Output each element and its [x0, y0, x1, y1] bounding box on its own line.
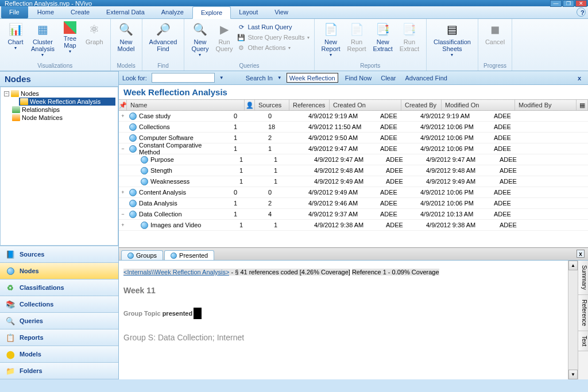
run-extract-button[interactable]: 📑Run Extract: [396, 20, 423, 53]
pin-column[interactable]: 📌: [119, 100, 127, 110]
sidetab-reference[interactable]: Reference: [578, 295, 588, 331]
nav-folders[interactable]: 📁Folders: [0, 363, 118, 379]
new-report-button[interactable]: 📄New Report▾: [318, 20, 344, 59]
row-name: Weaknessess: [127, 178, 226, 185]
node-icon: [171, 253, 177, 259]
dropdown-icon[interactable]: ▼: [219, 75, 224, 80]
row-name: Purpose: [127, 156, 226, 164]
col-name[interactable]: Name: [127, 100, 245, 110]
clear-button[interactable]: Clear: [378, 75, 398, 81]
collapse-icon[interactable]: −: [4, 91, 9, 96]
scroll-down-icon[interactable]: ▼: [568, 370, 578, 379]
detail-close[interactable]: x: [577, 250, 585, 258]
sidetab-text[interactable]: Text: [578, 331, 588, 351]
graph-button[interactable]: ⚛Graph: [82, 20, 107, 46]
table-row[interactable]: Purpose114/9/2012 9:47 AMADEE4/9/2012 9:…: [119, 154, 588, 165]
maximize-button[interactable]: ❐: [563, 0, 574, 7]
right-panel: Look for: ▼ Search In ▼ Week Reflection …: [119, 71, 588, 379]
tab-external-data[interactable]: External Data: [98, 6, 153, 18]
advanced-find-button[interactable]: 🔎Advanced Find: [146, 20, 181, 53]
expand-icon[interactable]: −: [119, 211, 127, 217]
col-options[interactable]: ▦: [577, 100, 588, 110]
table-row[interactable]: Stength114/9/2012 9:48 AMADEE4/9/2012 9:…: [119, 165, 588, 176]
other-actions-button[interactable]: ⚙Other Actions ▾: [236, 43, 310, 52]
scroll-up-icon[interactable]: ▲: [568, 261, 578, 270]
table-row[interactable]: +Case study004/9/2012 9:19 AMADEE4/9/201…: [119, 111, 588, 122]
expand-icon[interactable]: +: [119, 189, 127, 195]
new-extract-button[interactable]: 📑New Extract: [370, 20, 396, 53]
tree-week-reflection[interactable]: Week Reflection Analysis: [19, 98, 115, 106]
sidetab-summary[interactable]: Summary: [578, 261, 588, 295]
nav-classifications[interactable]: ♻Classifications: [0, 280, 118, 296]
scrollbar[interactable]: ▲ ▼: [568, 261, 578, 379]
tab-view[interactable]: View: [266, 6, 297, 18]
cluster-analysis-button[interactable]: ▦Cluster Analysis▾: [28, 20, 58, 59]
nav-queries[interactable]: 🔍Queries: [0, 313, 118, 329]
sources-icon: 📘: [6, 250, 15, 259]
col-references[interactable]: References: [289, 100, 330, 110]
col-createdby[interactable]: Created By: [401, 100, 442, 110]
findbar-close[interactable]: x: [574, 75, 585, 81]
tab-analyze[interactable]: Analyze: [153, 6, 192, 18]
run-report-button[interactable]: 📄Run Report: [344, 20, 370, 53]
classification-sheets-button[interactable]: ▤Classification Sheets▾: [430, 20, 474, 59]
searchin-combo[interactable]: Week Reflection: [287, 73, 338, 83]
reference-label: Reference 1 - 0.09% Coverage: [352, 269, 439, 275]
advfind-button[interactable]: Advanced Find: [403, 75, 450, 81]
chart-button[interactable]: 📊Chart▾: [3, 20, 28, 52]
detail-tabs: Groups Presented x: [119, 247, 588, 260]
new-query-button[interactable]: 🔍New Query▾: [188, 20, 212, 59]
last-run-query-button[interactable]: ⟳Last Run Query: [236, 22, 310, 32]
findnow-button[interactable]: Find Now: [343, 75, 374, 81]
node-icon: [129, 211, 137, 218]
tab-file[interactable]: File: [1, 6, 28, 18]
close-button[interactable]: ✕: [575, 0, 587, 7]
nav-nodes[interactable]: Nodes: [0, 263, 118, 280]
col-createdon[interactable]: Created On: [330, 100, 401, 110]
detail-body[interactable]: <Internals\\Week Reflection Analysis> - …: [119, 261, 568, 379]
tab-layout[interactable]: Layout: [231, 6, 266, 18]
expand-icon[interactable]: −: [119, 146, 127, 152]
table-row[interactable]: Collections1184/9/2012 11:50 AMADEE4/9/2…: [119, 122, 588, 133]
help-icon[interactable]: ?: [577, 7, 586, 17]
col-icon[interactable]: 👤: [245, 100, 255, 110]
tree-nodes[interactable]: −Nodes: [3, 90, 115, 98]
dropdown-icon[interactable]: ▼: [277, 75, 282, 80]
table-row[interactable]: +Images and Video114/9/2012 9:38 AMADEE4…: [119, 220, 588, 231]
table-row[interactable]: Weaknessess114/9/2012 9:49 AMADEE4/9/201…: [119, 176, 588, 187]
folder-icon: [12, 114, 20, 121]
row-name: Collections: [127, 123, 220, 131]
new-model-button[interactable]: 🔍New Model: [114, 20, 138, 53]
internals-link[interactable]: <Internals\\Week Reflection Analysis>: [123, 269, 229, 275]
node-icon: [129, 200, 137, 207]
tab-home[interactable]: Home: [29, 6, 63, 18]
tab-presented[interactable]: Presented: [164, 250, 214, 260]
table-row[interactable]: −Constant Comparative Method114/9/2012 9…: [119, 143, 588, 154]
store-query-results-button[interactable]: 💾Store Query Results ▾: [236, 33, 310, 42]
nav-models[interactable]: ⬤Models: [0, 346, 118, 363]
tree-node-matrices[interactable]: Node Matrices: [11, 114, 115, 122]
run-query-icon: ▶: [216, 21, 232, 37]
col-modifiedon[interactable]: Modified On: [442, 100, 515, 110]
run-query-button[interactable]: ▶Run Query: [212, 20, 236, 53]
lookfor-input[interactable]: [152, 73, 215, 83]
col-sources[interactable]: Sources: [255, 100, 289, 110]
nav-reports[interactable]: 📋Reports: [0, 329, 118, 346]
nav-sources[interactable]: 📘Sources: [0, 246, 118, 263]
tab-groups[interactable]: Groups: [121, 250, 163, 260]
row-name: Data Analysis: [127, 200, 220, 207]
expand-icon[interactable]: +: [119, 222, 127, 228]
nav-collections[interactable]: 📚Collections: [0, 296, 118, 313]
table-row[interactable]: −Data Collection144/9/2012 9:37 AMADEE4/…: [119, 209, 588, 220]
tree-map-button[interactable]: Tree Map▾: [58, 20, 82, 55]
col-modifiedby[interactable]: Modified By: [515, 100, 577, 110]
tree-relationships[interactable]: Relationships: [11, 106, 115, 114]
cancel-button[interactable]: ◼Cancel: [482, 20, 508, 46]
tab-explore[interactable]: Explore: [192, 6, 231, 19]
minimize-button[interactable]: —: [550, 0, 562, 7]
expand-icon[interactable]: +: [119, 113, 127, 119]
table-row[interactable]: +Content Analysis004/9/2012 9:49 AMADEE4…: [119, 187, 588, 198]
tab-create[interactable]: Create: [63, 6, 98, 18]
table-row[interactable]: Data Analysis124/9/2012 9:46 AMADEE4/9/2…: [119, 198, 588, 209]
left-panel: Nodes −Nodes Week Reflection Analysis Re…: [0, 71, 119, 379]
